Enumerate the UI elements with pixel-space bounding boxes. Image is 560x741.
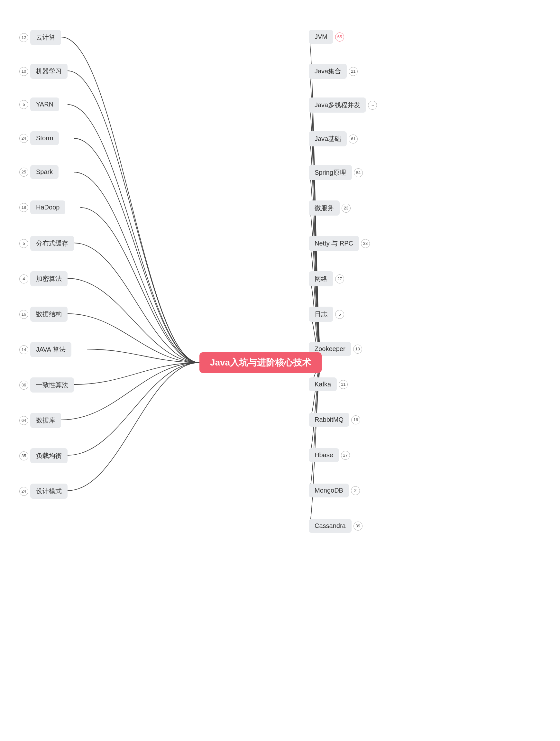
box-hadoop: HaDoop (30, 200, 65, 214)
box-cassandra: Cassandra (309, 519, 352, 533)
box-kafka: Kafka (309, 378, 337, 391)
badge-cassandra: 39 (353, 522, 362, 531)
badge-network: 27 (335, 274, 344, 283)
badge-jvm: 65 (335, 32, 344, 42)
box-yarn: YARN (30, 97, 59, 111)
badge-javaalgo: 14 (19, 345, 28, 354)
box-javacol: Java集合 (309, 64, 347, 79)
box-microservice: 微服务 (309, 200, 340, 216)
left-node-storm: 24Storm (19, 131, 59, 145)
badge-javabasic: 61 (349, 134, 358, 143)
badge-spark: 25 (19, 167, 28, 177)
badge-log: 5 (335, 310, 344, 319)
left-node-spark: 25Spark (19, 165, 59, 179)
box-jvm: JVM (309, 30, 333, 44)
right-node-javathreads: Java多线程并发··· (309, 97, 377, 113)
right-node-kafka: Kafka11 (309, 378, 348, 391)
mind-map: Java入坑与进阶核心技术 12云计算10机器学习5YARN24Storm25S… (0, 0, 560, 741)
box-spring: Spring原理 (309, 165, 352, 180)
left-node-javaalgo: 14JAVA 算法 (19, 342, 71, 357)
badge-ml: 10 (19, 67, 28, 76)
left-node-distcache: 5分布式缓存 (19, 236, 74, 251)
badge-javathreads: ··· (368, 101, 377, 110)
right-node-rabbitmq: RabbitMQ16 (309, 413, 360, 427)
box-lb: 负载均衡 (30, 448, 68, 463)
box-consensus: 一致性算法 (30, 378, 74, 393)
badge-rabbitmq: 16 (351, 415, 360, 424)
right-node-cassandra: Cassandra39 (309, 519, 362, 533)
box-network: 网络 (309, 271, 333, 286)
box-hbase: Hbase (309, 448, 339, 462)
badge-hbase: 27 (341, 451, 350, 460)
right-node-microservice: 微服务23 (309, 200, 351, 216)
box-javabasic: Java基础 (309, 131, 347, 146)
badge-design: 24 (19, 487, 28, 496)
right-node-mongodb: MongoDB2 (309, 484, 360, 497)
right-node-javabasic: Java基础61 (309, 131, 358, 146)
badge-crypto: 4 (19, 274, 28, 283)
box-log: 日志 (309, 307, 333, 322)
left-node-db: 64数据库 (19, 413, 61, 428)
box-cloud: 云计算 (30, 30, 61, 45)
right-node-spring: Spring原理84 (309, 165, 363, 180)
badge-dstruct: 16 (19, 310, 28, 319)
left-node-consensus: 36一致性算法 (19, 378, 74, 393)
box-design: 设计模式 (30, 484, 68, 499)
right-node-javacol: Java集合21 (309, 64, 358, 79)
box-mongodb: MongoDB (309, 484, 349, 497)
badge-nettyrpc: 33 (361, 239, 370, 248)
badge-lb: 35 (19, 452, 28, 460)
badge-yarn: 5 (19, 100, 28, 109)
badge-hadoop: 18 (19, 203, 28, 212)
badge-mongodb: 2 (351, 486, 360, 495)
box-db: 数据库 (30, 413, 61, 428)
right-node-hbase: Hbase27 (309, 448, 350, 462)
right-node-log: 日志5 (309, 307, 344, 322)
badge-distcache: 5 (19, 239, 28, 248)
badge-kafka: 11 (339, 380, 348, 389)
box-distcache: 分布式缓存 (30, 236, 74, 251)
box-storm: Storm (30, 131, 59, 145)
box-crypto: 加密算法 (30, 271, 68, 286)
badge-microservice: 23 (342, 204, 351, 213)
badge-spring: 84 (354, 168, 363, 177)
left-node-crypto: 4加密算法 (19, 271, 68, 286)
badge-cloud: 12 (19, 33, 28, 42)
center-node: Java入坑与进阶核心技术 (199, 352, 322, 373)
box-javaalgo: JAVA 算法 (30, 342, 71, 357)
left-node-hadoop: 18HaDoop (19, 200, 65, 214)
box-spark: Spark (30, 165, 59, 179)
box-ml: 机器学习 (30, 64, 68, 79)
badge-zookeeper: 18 (353, 345, 362, 354)
right-node-jvm: JVM65 (309, 30, 344, 44)
right-node-nettyrpc: Netty 与 RPC33 (309, 236, 370, 251)
left-node-ml: 10机器学习 (19, 64, 68, 79)
box-rabbitmq: RabbitMQ (309, 413, 349, 427)
left-node-dstruct: 16数据结构 (19, 307, 68, 322)
badge-storm: 24 (19, 134, 28, 143)
badge-consensus: 36 (19, 381, 28, 390)
left-node-yarn: 5YARN (19, 97, 59, 111)
box-nettyrpc: Netty 与 RPC (309, 236, 359, 251)
box-javathreads: Java多线程并发 (309, 97, 366, 113)
badge-db: 64 (19, 416, 28, 425)
box-dstruct: 数据结构 (30, 307, 68, 322)
right-node-network: 网络27 (309, 271, 344, 286)
left-node-lb: 35负载均衡 (19, 448, 68, 463)
center-label: Java入坑与进阶核心技术 (210, 356, 311, 369)
left-node-cloud: 12云计算 (19, 30, 61, 45)
left-node-design: 24设计模式 (19, 484, 68, 499)
badge-javacol: 21 (349, 67, 358, 76)
